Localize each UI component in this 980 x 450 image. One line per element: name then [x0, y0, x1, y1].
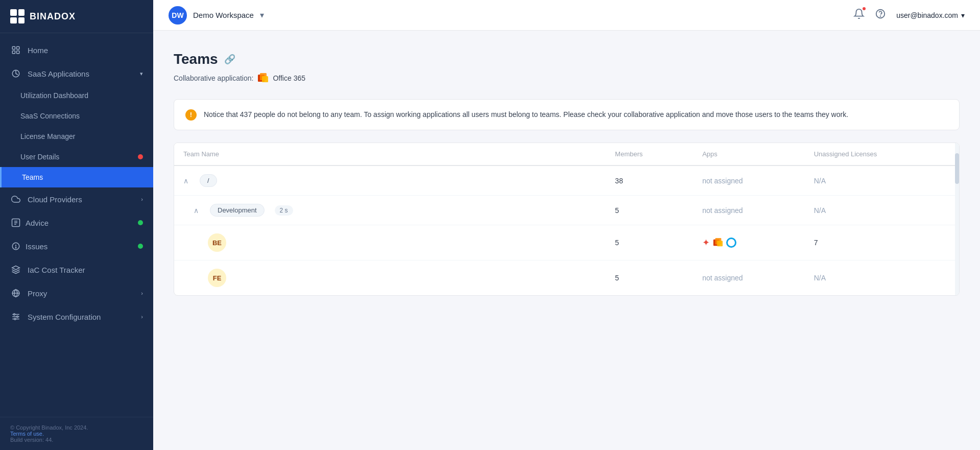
notification-bell[interactable]	[853, 8, 865, 22]
link-icon[interactable]: 🔗	[224, 54, 235, 65]
team-name-cell-fe: FE	[174, 260, 606, 296]
sub-count-dev: 2 s	[275, 205, 293, 216]
sidebar-item-userdetails[interactable]: User Details	[0, 147, 153, 167]
sidebar-item-cloud-label: Cloud Providers	[28, 195, 135, 204]
sidebar-item-license-label: License Manager	[20, 132, 143, 140]
main-area: DW Demo Workspace ▾ user@binadox.com ▾ T…	[153, 0, 980, 450]
teams-table: Team Name Members Apps Unassigned Licens…	[174, 143, 960, 296]
team-name-cell-be: BE	[174, 225, 606, 260]
sidebar-item-sysconfig[interactable]: System Configuration ›	[0, 305, 153, 328]
logo-text: BINADOX	[30, 11, 76, 22]
content-area: Teams 🔗 Collaborative application: Offic…	[153, 31, 980, 450]
team-avatar-be[interactable]: BE	[208, 233, 226, 252]
notice-banner: ! Notice that 437 people do not belong t…	[174, 99, 960, 130]
team-name-cell-dev: ∧ Development 2 s	[174, 196, 606, 225]
notice-icon: !	[185, 109, 197, 121]
chevron-right-icon-sysconfig: ›	[141, 314, 143, 320]
proxy-icon	[10, 288, 21, 299]
workspace-dropdown-icon[interactable]: ▾	[260, 10, 264, 20]
svg-point-13	[17, 316, 18, 318]
scrollbar-track	[955, 143, 959, 295]
svg-point-14	[14, 318, 16, 320]
collapse-btn-dev[interactable]: ∧	[194, 206, 203, 215]
table-row: BE 5 ✦	[174, 225, 959, 260]
sidebar-item-home-label: Home	[28, 46, 143, 55]
sidebar-footer: © Copyright Binadox, Inc 2024. Terms of …	[0, 417, 153, 450]
notice-highlight[interactable]: 437 people	[240, 110, 275, 119]
sidebar-item-cloud[interactable]: Cloud Providers ›	[0, 187, 153, 211]
app-icon-circle	[726, 238, 736, 248]
sidebar-item-connections[interactable]: SaaS Connections	[0, 106, 153, 126]
table-row: ∧ Development 2 s 5 not assigned N/A	[174, 196, 959, 225]
table-header: Team Name Members Apps Unassigned Licens…	[174, 143, 959, 165]
teams-table-inner: Team Name Members Apps Unassigned Licens…	[174, 143, 959, 295]
team-tag-dev[interactable]: Development	[210, 204, 265, 217]
notice-text: Notice that 437 people do not belong to …	[204, 109, 848, 120]
terms-link[interactable]: Terms of use.	[10, 431, 44, 437]
svg-rect-2	[12, 51, 15, 54]
svg-point-12	[14, 314, 15, 315]
members-cell-root: 38	[606, 165, 693, 196]
collab-app-name: Office 365	[273, 74, 305, 82]
notice-text-after: do not belong to any team. To assign wor…	[275, 110, 848, 119]
sidebar-item-home[interactable]: Home	[0, 38, 153, 62]
svg-point-16	[880, 16, 881, 16]
collab-label: Collaborative application:	[174, 74, 253, 82]
scrollbar-thumb[interactable]	[955, 153, 959, 184]
sidebar-item-userdetails-label: User Details	[20, 153, 134, 161]
chevron-right-icon: ›	[141, 196, 143, 202]
unassigned-cell-fe: N/A	[805, 260, 959, 296]
members-cell-be: 5	[606, 225, 693, 260]
table-scroll[interactable]: Team Name Members Apps Unassigned Licens…	[174, 143, 959, 295]
sidebar-item-issues[interactable]: Issues	[0, 234, 153, 258]
sidebar-item-saas[interactable]: SaaS Applications ▾	[0, 62, 153, 85]
apps-cell-root: not assigned	[693, 165, 805, 196]
apps-cell-be: ✦	[693, 225, 805, 260]
svg-rect-3	[17, 51, 19, 54]
col-members: Members	[606, 143, 693, 165]
collapse-btn-root[interactable]: ∧	[183, 177, 193, 185]
notification-badge	[862, 6, 867, 11]
team-avatar-fe[interactable]: FE	[208, 269, 226, 287]
unassigned-cell-root: N/A	[805, 165, 959, 196]
user-email: user@binadox.com	[896, 11, 958, 19]
collab-row: Collaborative application: Office 365	[174, 73, 960, 84]
sidebar-item-advice-label: Advice	[26, 219, 134, 227]
sidebar-item-iac-label: IaC Cost Tracker	[28, 266, 143, 274]
logo: BINADOX	[0, 0, 153, 33]
table-row: FE 5 not assigned N/A	[174, 260, 959, 296]
sidebar-item-license[interactable]: License Manager	[0, 126, 153, 147]
copyright: © Copyright Binadox, Inc 2024.	[10, 424, 143, 431]
help-icon[interactable]	[875, 8, 886, 22]
team-tag-root[interactable]: /	[200, 174, 217, 187]
office365-icon	[257, 73, 269, 84]
svg-rect-19	[262, 76, 268, 82]
col-team-name: Team Name	[174, 143, 606, 165]
col-unassigned: Unassigned Licenses	[805, 143, 959, 165]
sidebar-item-iac[interactable]: IaC Cost Tracker	[0, 258, 153, 281]
apps-cell-dev: not assigned	[693, 196, 805, 225]
unassigned-cell-dev: N/A	[805, 196, 959, 225]
sidebar-item-teams[interactable]: Teams	[0, 167, 153, 187]
header-left: DW Demo Workspace ▾	[169, 6, 264, 25]
svg-rect-0	[12, 46, 15, 49]
header-right: user@binadox.com ▾	[853, 8, 965, 22]
iac-icon	[10, 264, 21, 275]
team-name-cell: ∧ /	[174, 165, 606, 196]
col-apps: Apps	[693, 143, 805, 165]
issues-badge	[138, 244, 143, 249]
home-icon	[10, 44, 21, 56]
user-dropdown-icon: ▾	[961, 11, 965, 19]
sidebar-item-advice[interactable]: Advice	[0, 211, 153, 234]
sidebar-item-utilization[interactable]: Utilization Dashboard	[0, 85, 153, 106]
sidebar-item-proxy[interactable]: Proxy ›	[0, 281, 153, 305]
members-cell-fe: 5	[606, 260, 693, 296]
notice-text-before: Notice that	[204, 110, 240, 119]
workspace-name: Demo Workspace	[193, 11, 254, 19]
advice-icon	[10, 217, 21, 228]
build-version: Build version: 44.	[10, 437, 143, 443]
user-menu[interactable]: user@binadox.com ▾	[896, 11, 965, 19]
app-icon-office365	[713, 238, 723, 248]
table-row: ∧ / 38 not assigned N/A	[174, 165, 959, 196]
sysconfig-icon	[10, 311, 21, 322]
